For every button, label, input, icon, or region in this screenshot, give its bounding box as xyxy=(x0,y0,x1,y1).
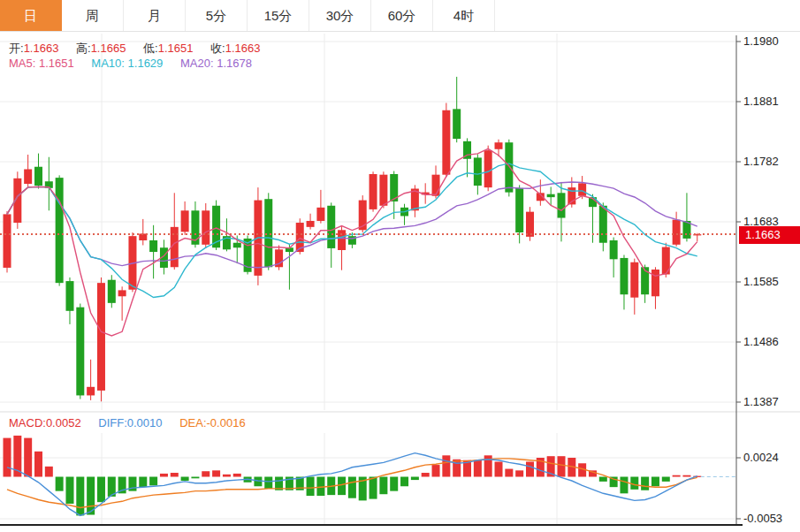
candle-body xyxy=(610,240,618,259)
macd-bar xyxy=(432,465,440,476)
candle-body xyxy=(118,290,126,296)
open-label: 开: xyxy=(9,42,24,55)
macd-axis-label: 0.0024 xyxy=(743,451,779,464)
candle-body xyxy=(4,214,11,268)
macd-bar xyxy=(400,477,408,487)
candle-body xyxy=(651,270,659,296)
candle-body xyxy=(673,220,681,245)
low-value: 1.1651 xyxy=(158,42,194,55)
macd-bar xyxy=(202,471,210,476)
tab-15min[interactable]: 15分 xyxy=(248,0,309,31)
macd-bar xyxy=(212,470,220,476)
macd-bar xyxy=(682,475,690,477)
macd-bar xyxy=(630,477,638,490)
macd-bar xyxy=(515,470,523,476)
candle-body xyxy=(495,142,503,149)
candle-body xyxy=(149,240,157,252)
macd-bar xyxy=(370,477,377,499)
candle-body xyxy=(181,210,189,232)
candlestick-macd-canvas: 1.19801.18811.17821.16831.15851.14861.13… xyxy=(0,32,800,532)
macd-bar xyxy=(348,477,356,498)
tab-day[interactable]: 日 xyxy=(0,0,62,31)
y-axis-label: 1.1782 xyxy=(743,155,779,168)
candle-body xyxy=(327,206,335,248)
candle-body xyxy=(505,142,513,192)
tab-60min[interactable]: 60分 xyxy=(371,0,433,31)
candle-body xyxy=(630,262,638,298)
candle-body xyxy=(202,210,210,245)
tab-5min[interactable]: 5分 xyxy=(186,0,248,31)
macd-bar xyxy=(526,461,534,476)
candle-body xyxy=(370,174,377,209)
diff-value-legend: DIFF:0.0010 xyxy=(98,416,162,429)
macd-axis-label: -0.0053 xyxy=(743,512,782,525)
macd-bar xyxy=(181,477,189,481)
low-label: 低: xyxy=(143,42,158,55)
candle-body xyxy=(76,308,84,396)
candle-body xyxy=(307,221,315,227)
macd-bar xyxy=(45,467,53,477)
candle-body xyxy=(34,167,42,186)
candle-body xyxy=(474,157,482,186)
tab-week[interactable]: 周 xyxy=(62,0,124,31)
ma20-legend: MA20: 1.1678 xyxy=(180,57,252,70)
candle-body xyxy=(97,283,105,391)
macd-bar xyxy=(97,477,105,503)
high-value: 1.1665 xyxy=(91,42,126,55)
ma20-line xyxy=(7,182,697,268)
macd-bar xyxy=(191,477,199,479)
tab-4hour[interactable]: 4时 xyxy=(433,0,495,31)
y-axis-label: 1.1980 xyxy=(743,34,779,48)
candle-body xyxy=(515,188,523,232)
current-price-badge: 1.1663 xyxy=(739,226,800,244)
candle-body xyxy=(432,175,440,196)
candle-body xyxy=(56,178,64,283)
y-axis-label: 1.1387 xyxy=(743,395,779,408)
macd-bar xyxy=(223,475,231,477)
macd-bar xyxy=(76,477,84,516)
macd-bar xyxy=(474,460,482,477)
macd-bar xyxy=(495,461,503,476)
macd-bar xyxy=(390,477,398,491)
tab-30min[interactable]: 30分 xyxy=(309,0,371,31)
macd-bar xyxy=(139,477,147,488)
macd-bar xyxy=(651,477,659,487)
candle-body xyxy=(578,183,586,195)
candle-body xyxy=(453,109,461,139)
y-axis-label: 1.1585 xyxy=(743,275,779,288)
candle-body xyxy=(442,110,450,175)
dea-value-legend: DEA:-0.0016 xyxy=(179,416,245,429)
timeframe-tabbar: 日 周 月 5分 15分 30分 60分 4时 xyxy=(0,0,800,32)
ohlc-legend: 开:1.1663 高:1.1665 低:1.1651 收:1.1663 xyxy=(9,41,274,57)
macd-bar xyxy=(620,477,628,494)
macd-bar xyxy=(24,438,32,477)
macd-bar xyxy=(307,477,315,497)
chart-area[interactable]: 1.19801.18811.17821.16831.15851.14861.13… xyxy=(0,32,800,532)
candle-body xyxy=(24,169,32,184)
close-value: 1.1663 xyxy=(225,42,261,55)
tab-month[interactable]: 月 xyxy=(124,0,186,31)
open-value: 1.1663 xyxy=(24,42,59,55)
macd-bar xyxy=(65,477,73,504)
candle-body xyxy=(316,208,324,221)
high-label: 高: xyxy=(76,42,91,55)
macd-bar xyxy=(149,477,157,486)
macd-bar xyxy=(338,477,346,496)
candle-body xyxy=(233,243,241,248)
candle-body xyxy=(526,212,534,237)
candle-body xyxy=(108,280,116,303)
macd-bar xyxy=(379,477,387,495)
y-axis-label: 1.1881 xyxy=(743,95,779,108)
y-axis-label: 1.1486 xyxy=(743,335,779,348)
macd-bar xyxy=(673,475,681,477)
ma5-legend: MA5: 1.1651 xyxy=(9,57,74,70)
macd-bar xyxy=(641,477,649,490)
macd-bar xyxy=(160,474,168,477)
macd-legend: MACD:0.0052 DIFF:0.0010 DEA:-0.0016 xyxy=(9,416,246,429)
macd-bar xyxy=(233,474,241,477)
macd-bar xyxy=(4,438,11,477)
macd-bar xyxy=(599,477,607,482)
candle-body xyxy=(87,387,95,396)
macd-bar xyxy=(171,473,179,476)
ma10-legend: MA10: 1.1629 xyxy=(91,57,163,70)
